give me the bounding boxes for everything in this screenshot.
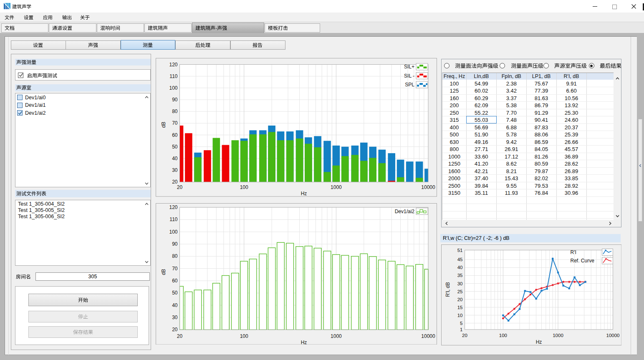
svg-text:100: 100 (169, 85, 177, 91)
svg-text:1: 1 (460, 327, 462, 332)
svg-text:1000: 1000 (331, 333, 342, 339)
svg-text:25: 25 (457, 289, 462, 294)
svg-text:20: 20 (177, 333, 182, 339)
svg-text:1000: 1000 (553, 333, 563, 338)
svg-text:60: 60 (172, 132, 178, 138)
svg-text:100: 100 (169, 229, 177, 234)
svg-text:Ref. Curve: Ref. Curve (570, 258, 594, 264)
svg-text:10000: 10000 (421, 333, 435, 339)
svg-text:70: 70 (172, 265, 178, 271)
svg-text:110: 110 (169, 73, 177, 79)
svg-text:90: 90 (172, 241, 178, 247)
svg-text:30: 30 (172, 315, 178, 320)
svg-text:20: 20 (457, 297, 462, 302)
svg-text:45: 45 (457, 257, 462, 262)
svg-text:R'I, dB: R'I, dB (445, 282, 451, 297)
svg-text:Hz: Hz (301, 339, 307, 345)
svg-text:R'I: R'I (570, 249, 576, 255)
svg-text:80: 80 (172, 108, 178, 114)
svg-text:1000: 1000 (331, 184, 342, 190)
svg-text:SIL+: SIL+ (404, 64, 414, 70)
svg-text:30: 30 (172, 167, 178, 173)
svg-text:50: 50 (172, 144, 178, 150)
svg-text:70: 70 (172, 120, 178, 126)
svg-text:Hz: Hz (535, 339, 542, 345)
svg-text:40: 40 (172, 302, 178, 308)
svg-text:20: 20 (177, 184, 182, 190)
svg-text:Dev1/ai2: Dev1/ai2 (394, 208, 414, 214)
svg-text:5: 5 (460, 320, 462, 325)
svg-text:51: 51 (457, 247, 462, 252)
svg-text:20: 20 (462, 333, 467, 338)
svg-text:90: 90 (172, 97, 178, 103)
svg-text:80: 80 (172, 253, 178, 259)
svg-text:30: 30 (457, 281, 462, 286)
svg-text:40: 40 (457, 265, 462, 270)
svg-text:dB: dB (161, 122, 167, 128)
svg-text:120: 120 (169, 62, 177, 68)
svg-text:dB: dB (161, 269, 167, 275)
svg-text:100: 100 (499, 333, 507, 338)
svg-text:40: 40 (172, 156, 178, 161)
svg-text:100: 100 (240, 333, 248, 339)
svg-text:10000: 10000 (606, 333, 619, 338)
svg-text:Hz: Hz (301, 191, 307, 196)
svg-text:120: 120 (169, 204, 177, 210)
svg-text:110: 110 (169, 217, 177, 222)
svg-text:60: 60 (172, 278, 178, 284)
svg-text:50: 50 (172, 290, 178, 296)
svg-text:35: 35 (457, 273, 462, 278)
svg-text:100: 100 (240, 184, 248, 190)
svg-text:10: 10 (457, 312, 462, 317)
svg-text:15: 15 (457, 305, 462, 310)
svg-text:20: 20 (172, 327, 178, 332)
